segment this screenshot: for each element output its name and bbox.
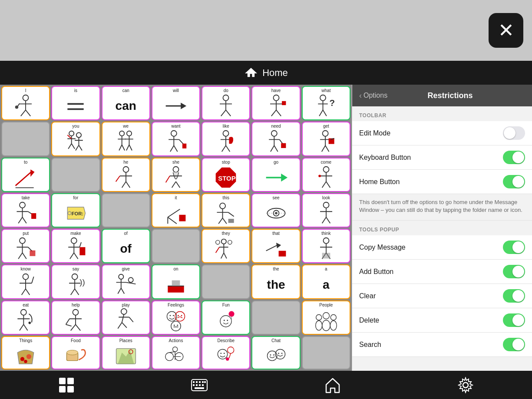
cell-hidden-1 <box>1 122 50 156</box>
cell-can[interactable]: can can <box>102 86 150 120</box>
cell-on[interactable]: on <box>152 264 200 299</box>
cell-people[interactable]: People <box>302 300 350 335</box>
cell-chat[interactable]: Chat <box>251 336 300 369</box>
svg-rect-256 <box>199 381 201 383</box>
cell-I[interactable]: I <box>1 86 50 120</box>
search-toggle[interactable] <box>503 338 525 351</box>
cell-need[interactable]: need <box>251 122 300 156</box>
cell-get[interactable]: get <box>302 122 350 156</box>
cell-describe[interactable]: Describe <box>202 336 250 369</box>
svg-line-116 <box>218 218 222 224</box>
svg-line-128 <box>326 217 330 223</box>
home-bottom-button[interactable] <box>320 374 346 396</box>
svg-rect-106 <box>31 213 36 219</box>
cell-what[interactable]: what ? <box>302 86 350 120</box>
svg-point-79 <box>123 167 129 172</box>
cell-make[interactable]: make <box>51 229 100 263</box>
cell-stop[interactable]: stop STOP <box>202 158 250 192</box>
svg-line-164 <box>26 289 30 295</box>
svg-rect-255 <box>196 381 198 383</box>
svg-line-84 <box>116 176 119 181</box>
cell-do[interactable]: do <box>202 86 250 120</box>
cell-places[interactable]: Places <box>102 336 150 369</box>
keyboard-button-label: Keyboard Button <box>359 154 411 162</box>
svg-line-140 <box>74 253 78 259</box>
svg-point-232 <box>165 353 174 361</box>
add-button-toggle[interactable] <box>503 265 525 278</box>
cell-actions[interactable]: Actions <box>152 336 200 369</box>
cell-a[interactable]: a a <box>302 264 350 299</box>
keyboard-button-toggle[interactable] <box>503 151 525 164</box>
cell-go[interactable]: go <box>251 158 300 192</box>
cell-you[interactable]: you <box>51 122 100 156</box>
svg-line-132 <box>18 253 22 259</box>
svg-point-206 <box>181 315 182 316</box>
cell-think[interactable]: think <box>302 229 350 263</box>
keyboard-button[interactable] <box>186 374 212 396</box>
cell-take[interactable]: take <box>1 193 50 228</box>
add-button-row: Add Button <box>352 260 532 284</box>
cell-play[interactable]: play <box>102 300 150 335</box>
svg-point-242 <box>226 357 229 360</box>
panel-back-button[interactable]: ‹ Options <box>352 91 394 100</box>
cell-feelings[interactable]: Feelings <box>152 300 200 335</box>
svg-line-20 <box>271 110 276 116</box>
cell-eat[interactable]: eat <box>1 300 50 335</box>
cell-want[interactable]: want <box>152 122 200 156</box>
search-row: Search <box>352 333 532 357</box>
svg-point-143 <box>216 241 220 244</box>
svg-rect-22 <box>282 101 286 105</box>
svg-point-144 <box>221 239 226 244</box>
svg-point-124 <box>323 202 329 208</box>
settings-button[interactable] <box>453 374 479 396</box>
cell-see[interactable]: see <box>251 193 300 228</box>
cell-he[interactable]: he <box>102 158 150 192</box>
svg-line-87 <box>172 181 176 188</box>
svg-line-38 <box>79 145 82 151</box>
cell-the[interactable]: the the <box>251 264 300 299</box>
home-button-toggle[interactable] <box>503 175 525 188</box>
svg-point-69 <box>322 131 328 136</box>
edit-mode-toggle[interactable] <box>503 126 525 140</box>
cell-we[interactable]: we <box>102 122 150 156</box>
cell-that[interactable]: that <box>251 229 300 263</box>
cell-they[interactable]: they <box>202 229 250 263</box>
options-panel: ‹ Options Restrictions TOOLBAR Edit Mode… <box>352 85 532 371</box>
svg-rect-259 <box>193 384 195 386</box>
svg-line-192 <box>76 324 80 330</box>
cell-to[interactable]: to <box>1 158 50 192</box>
cell-it[interactable]: it <box>152 193 200 228</box>
cell-this[interactable]: this <box>202 193 250 228</box>
delete-toggle[interactable] <box>503 313 525 327</box>
cell-know[interactable]: know <box>1 264 50 299</box>
cell-say[interactable]: say )) <box>51 264 100 299</box>
svg-rect-250 <box>67 378 74 384</box>
cell-have[interactable]: have <box>251 86 300 120</box>
cell-give[interactable]: give <box>102 264 150 299</box>
svg-rect-0 <box>250 71 253 71</box>
cell-will[interactable]: will <box>152 86 200 120</box>
close-button[interactable]: ✕ <box>489 13 523 48</box>
cell-for[interactable]: for FOR: <box>51 193 100 228</box>
cell-she[interactable]: she <box>152 158 200 192</box>
cell-things[interactable]: Things <box>1 336 50 369</box>
clear-toggle[interactable] <box>503 289 525 303</box>
svg-line-235 <box>169 352 175 353</box>
svg-line-163 <box>22 289 26 295</box>
copy-message-toggle[interactable] <box>503 241 525 254</box>
cell-is[interactable]: is <box>51 86 100 120</box>
grid-button[interactable] <box>53 374 79 396</box>
cell-of[interactable]: of of <box>102 229 150 263</box>
cell-come[interactable]: come <box>302 158 350 192</box>
cell-food[interactable]: Food <box>51 336 100 369</box>
svg-line-104 <box>23 217 26 223</box>
svg-point-7 <box>15 106 18 109</box>
svg-point-62 <box>271 131 277 136</box>
cell-put[interactable]: put <box>1 229 50 263</box>
content-row: I is <box>0 85 532 371</box>
panel-title: Restrictions <box>394 91 532 100</box>
cell-help[interactable]: help <box>51 300 100 335</box>
cell-like[interactable]: like <box>202 122 250 156</box>
cell-look[interactable]: look <box>302 193 350 228</box>
cell-fun[interactable]: Fun <box>202 300 250 335</box>
